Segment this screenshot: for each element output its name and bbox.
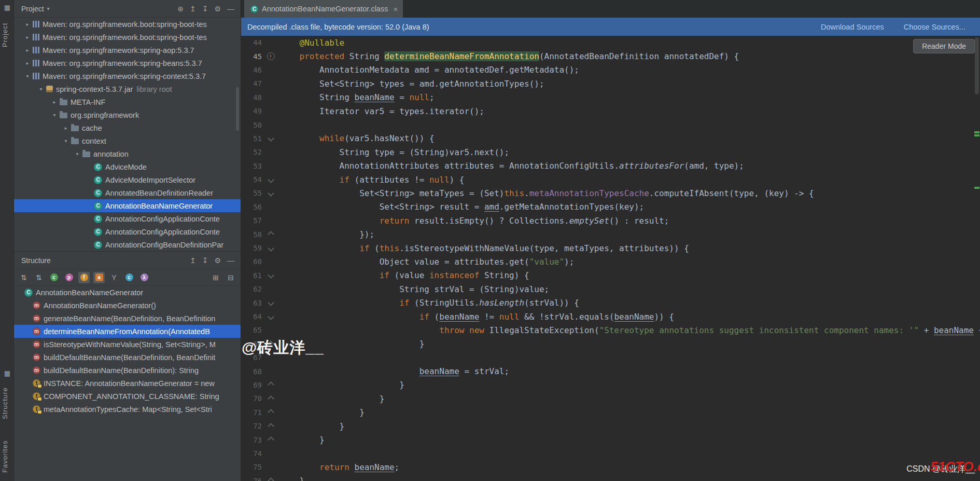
fold-open-icon[interactable] (268, 299, 274, 306)
chevron-collapsed-icon[interactable]: ▸ (23, 47, 32, 53)
collapse-all-icon[interactable]: ↥ (190, 5, 196, 13)
code-line[interactable]: 57 return result.isEmpty() ? Collections… (241, 214, 980, 227)
line-number[interactable]: 58 (246, 230, 262, 239)
project-tree-row[interactable]: CAdviceMode (14, 160, 241, 173)
code-line[interactable]: 46 AnnotationMetadata amd = annotatedDef… (241, 63, 980, 77)
fold-open-icon[interactable] (268, 190, 274, 197)
line-number[interactable]: 71 (246, 408, 262, 417)
structure-tree-row[interactable]: fCOMPONENT_ANNOTATION_CLASSNAME: String (14, 390, 241, 403)
code-line[interactable]: 64 if (beanName != null && !strVal.equal… (241, 310, 980, 323)
reader-mode-button[interactable]: Reader Mode (913, 39, 975, 53)
structure-tree-row[interactable]: CAnnotationBeanNameGenerator (14, 286, 241, 299)
tool-window-button-project[interactable]: Project (1, 17, 12, 53)
line-number[interactable]: 55 (246, 189, 262, 197)
fold-open-icon[interactable] (268, 135, 274, 142)
code-line[interactable]: 70 } (241, 392, 980, 405)
code-line[interactable]: 62 String strVal = (String)value; (241, 282, 980, 296)
project-tree-row[interactable]: ▸META-INF (14, 95, 241, 108)
project-tree-row[interactable]: ▾spring-context-5.3.7.jarlibrary root (14, 83, 241, 95)
line-number[interactable]: 53 (246, 162, 262, 170)
code-line[interactable]: 76 } (241, 474, 980, 481)
gutter[interactable] (262, 478, 279, 481)
chevron-collapsed-icon[interactable]: ▸ (23, 34, 32, 40)
code-line[interactable]: 66 } (241, 337, 980, 351)
line-number[interactable]: 54 (246, 175, 262, 184)
gutter[interactable] (262, 191, 279, 196)
tool-window-button-favorites[interactable]: Favorites (1, 435, 12, 478)
code-line[interactable]: 68 beanName = strVal; (241, 364, 980, 378)
line-number[interactable]: 59 (246, 244, 262, 252)
code-line[interactable]: 73 } (241, 433, 980, 446)
code-line[interactable]: 52 String type = (String)var5.next(); (241, 145, 980, 159)
code-line[interactable]: 45↑ protected String determineBeanNameFr… (241, 49, 980, 63)
project-tree-row[interactable]: CAnnotationConfigBeanDefinitionPar (14, 238, 241, 251)
line-number[interactable]: 69 (246, 381, 262, 389)
chevron-collapsed-icon[interactable]: ▸ (23, 60, 32, 66)
gutter[interactable] (262, 424, 279, 429)
tool-window-button-structure[interactable]: Structure (1, 382, 12, 424)
editor-scrollbar[interactable] (975, 37, 979, 94)
close-icon[interactable]: × (393, 5, 398, 13)
code-line[interactable]: 65 throw new IllegalStateException("Ster… (241, 323, 980, 337)
download-sources-link[interactable]: Download Sources (821, 23, 884, 31)
line-number[interactable]: 76 (246, 477, 262, 481)
project-tree-row[interactable]: CAnnotatedBeanDefinitionReader (14, 186, 241, 199)
project-tree-row[interactable]: CAdviceModeImportSelector (14, 173, 241, 186)
choose-sources-link[interactable]: Choose Sources... (904, 23, 965, 31)
show-anonymous-toggle[interactable]: a (93, 272, 105, 283)
gutter[interactable] (262, 410, 279, 415)
gutter[interactable] (262, 273, 279, 278)
project-tree-row[interactable]: ▸Maven: org.springframework:spring-beans… (14, 57, 241, 70)
gutter[interactable] (262, 232, 279, 237)
line-number[interactable]: 46 (246, 66, 262, 74)
chevron-expanded-icon[interactable]: ▾ (23, 73, 32, 79)
line-number[interactable]: 57 (246, 216, 262, 225)
fold-close-icon[interactable] (268, 395, 274, 402)
code-line[interactable]: 63 if (StringUtils.hasLength(strVal)) { (241, 296, 980, 309)
line-number[interactable]: 56 (246, 203, 262, 211)
fold-close-icon[interactable] (268, 382, 274, 389)
line-number[interactable]: 63 (246, 299, 262, 307)
line-number[interactable]: 52 (246, 148, 262, 156)
fold-open-icon[interactable] (268, 245, 274, 252)
structure-tree-row[interactable]: mbuildDefaultBeanName(BeanDefinition, Be… (14, 351, 241, 364)
structure-tree-row[interactable]: mbuildDefaultBeanName(BeanDefinition): S… (14, 364, 241, 377)
code-line[interactable]: 51 while(var5.hasNext()) { (241, 132, 980, 145)
gutter[interactable] (262, 300, 279, 305)
line-number[interactable]: 51 (246, 134, 262, 143)
structure-tree-row[interactable]: misStereotypeWithNameValue(String, Set<S… (14, 338, 241, 351)
structure-tree-row[interactable]: fINSTANCE: AnnotationBeanNameGenerator =… (14, 377, 241, 390)
project-scrollbar[interactable] (236, 87, 239, 131)
gutter[interactable] (262, 382, 279, 387)
line-number[interactable]: 73 (246, 436, 262, 444)
code-line[interactable]: 58 }); (241, 227, 980, 241)
structure-tree-row[interactable]: mAnnotationBeanNameGenerator() (14, 299, 241, 312)
line-number[interactable]: 49 (246, 107, 262, 115)
line-number[interactable]: 65 (246, 326, 262, 334)
gutter[interactable] (262, 314, 279, 319)
code-line[interactable]: 72 } (241, 419, 980, 433)
line-number[interactable]: 60 (246, 257, 262, 266)
fold-close-icon[interactable] (268, 231, 274, 238)
code-line[interactable]: 44 @Nullable (241, 36, 980, 49)
chevron-collapsed-icon[interactable]: ▸ (50, 99, 59, 105)
filter-icon[interactable]: Y (108, 272, 120, 283)
chevron-collapsed-icon[interactable]: ▸ (23, 21, 32, 27)
structure-tree-row[interactable]: fmetaAnnotationTypesCache: Map<String, S… (14, 403, 241, 416)
line-number[interactable]: 48 (246, 93, 262, 102)
chevron-expanded-icon[interactable]: ▾ (62, 138, 70, 144)
show-classes-toggle[interactable]: c (48, 272, 60, 283)
locate-file-icon[interactable]: ⊕ (177, 5, 184, 13)
chevron-expanded-icon[interactable]: ▾ (37, 86, 45, 92)
expand-all-icon[interactable]: ⊞ (210, 272, 221, 283)
show-inherited-toggle[interactable]: c (123, 272, 135, 283)
line-number[interactable]: 75 (246, 463, 262, 471)
fold-close-icon[interactable] (268, 477, 274, 481)
project-tree-row[interactable]: ▾Maven: org.springframework:spring-conte… (14, 70, 241, 83)
show-fields-toggle[interactable]: f (78, 272, 90, 283)
error-stripe-mark[interactable] (974, 134, 979, 136)
code-viewport[interactable]: 44 @Nullable45↑ protected String determi… (241, 36, 980, 481)
code-line[interactable]: 54 if (attributes != null) { (241, 173, 980, 186)
code-line[interactable]: 69 } (241, 378, 980, 392)
tool-windows-icon[interactable]: ▦ (3, 4, 11, 12)
